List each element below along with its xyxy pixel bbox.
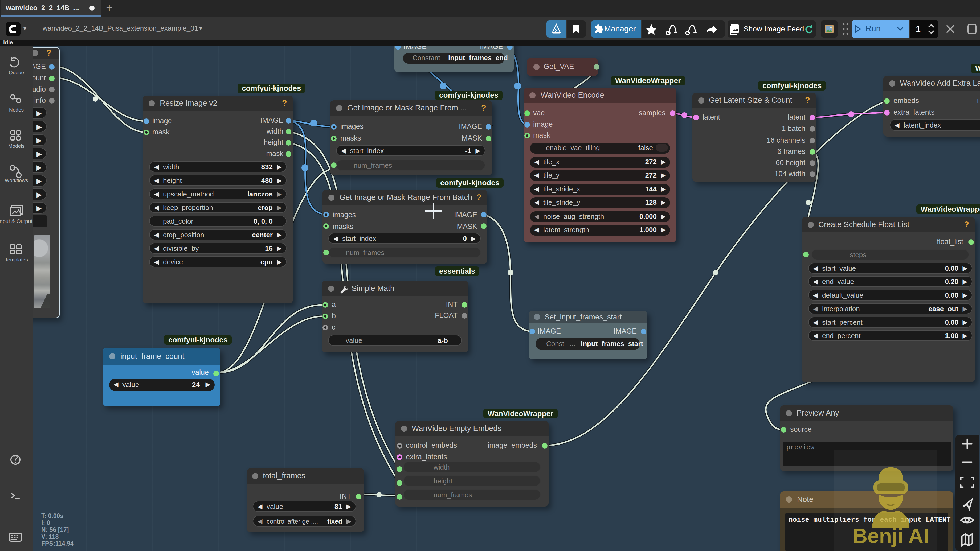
svg-text:Benji AI: Benji AI <box>853 524 929 548</box>
